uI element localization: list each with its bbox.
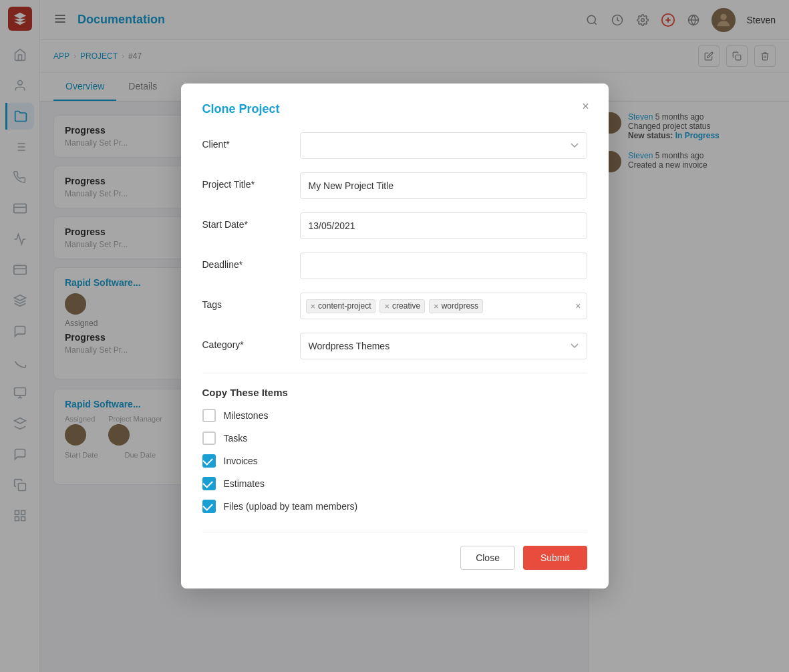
category-label: Category* (202, 333, 289, 350)
tags-label: Tags (202, 293, 289, 310)
checkbox-tasks-row: Tasks (202, 432, 587, 445)
client-label: Client* (202, 132, 289, 150)
start-date-field (300, 212, 587, 239)
checkbox-milestones[interactable] (202, 409, 216, 422)
tags-clear-icon[interactable]: × (575, 301, 581, 311)
deadline-field (300, 253, 587, 279)
tag-chip-wordpress[interactable]: × wordpress (429, 299, 483, 313)
deadline-field-row: Deadline* (202, 253, 587, 279)
project-title-input[interactable] (300, 172, 587, 199)
checkbox-tasks-label: Tasks (224, 433, 248, 444)
submit-button[interactable]: Submit (523, 546, 587, 570)
checkbox-estimates-row: Estimates (202, 477, 587, 490)
project-title-field (300, 172, 587, 199)
tag-remove-wordpress[interactable]: × (434, 301, 439, 311)
project-title-label: Project Title* (202, 172, 289, 190)
category-field-row: Category* Wordpress Themes Design Develo… (202, 333, 587, 359)
category-select[interactable]: Wordpress Themes Design Development (300, 333, 587, 359)
modal-close-button[interactable]: × (577, 97, 595, 116)
tags-container[interactable]: × content-project × creative × wordpress… (300, 293, 587, 319)
checkbox-invoices-label: Invoices (224, 456, 258, 466)
project-title-field-row: Project Title* (202, 172, 587, 199)
start-date-label: Start Date* (202, 212, 289, 230)
checkbox-files-row: Files (upload by team members) (202, 500, 587, 513)
client-field (300, 132, 587, 159)
checkbox-tasks[interactable] (202, 432, 216, 445)
form-divider (202, 373, 587, 373)
checkbox-invoices-row: Invoices (202, 454, 587, 468)
modal-overlay: Clone Project × Client* Project Title* S… (0, 0, 789, 672)
client-field-row: Client* (202, 132, 587, 159)
tag-chip-creative[interactable]: × creative (379, 299, 425, 313)
tag-text-creative: creative (392, 301, 420, 311)
copy-section-title: Copy These Items (202, 387, 587, 398)
checkbox-files-label: Files (upload by team members) (224, 501, 358, 512)
modal-footer: Close Submit (202, 532, 587, 570)
modal-title: Clone Project (202, 102, 587, 116)
tags-field: × content-project × creative × wordpress… (300, 293, 587, 319)
tag-chip-content-project[interactable]: × content-project (306, 299, 376, 313)
deadline-label: Deadline* (202, 253, 289, 270)
checkbox-milestones-label: Milestones (224, 410, 269, 421)
tag-remove-content-project[interactable]: × (311, 301, 316, 311)
tag-text-wordpress: wordpress (442, 301, 478, 311)
tag-text-content-project: content-project (318, 301, 371, 311)
deadline-input[interactable] (300, 253, 587, 279)
checkbox-estimates-label: Estimates (224, 478, 265, 489)
clone-project-modal: Clone Project × Client* Project Title* S… (181, 83, 609, 589)
checkbox-estimates[interactable] (202, 477, 216, 490)
close-button[interactable]: Close (460, 546, 515, 570)
category-field: Wordpress Themes Design Development (300, 333, 587, 359)
start-date-field-row: Start Date* (202, 212, 587, 239)
checkbox-files[interactable] (202, 500, 216, 513)
checkbox-milestones-row: Milestones (202, 409, 587, 422)
tags-field-row: Tags × content-project × creative × word… (202, 293, 587, 319)
checkbox-invoices[interactable] (202, 454, 216, 468)
start-date-input[interactable] (300, 212, 587, 239)
client-select[interactable] (300, 132, 587, 159)
tag-remove-creative[interactable]: × (384, 301, 389, 311)
